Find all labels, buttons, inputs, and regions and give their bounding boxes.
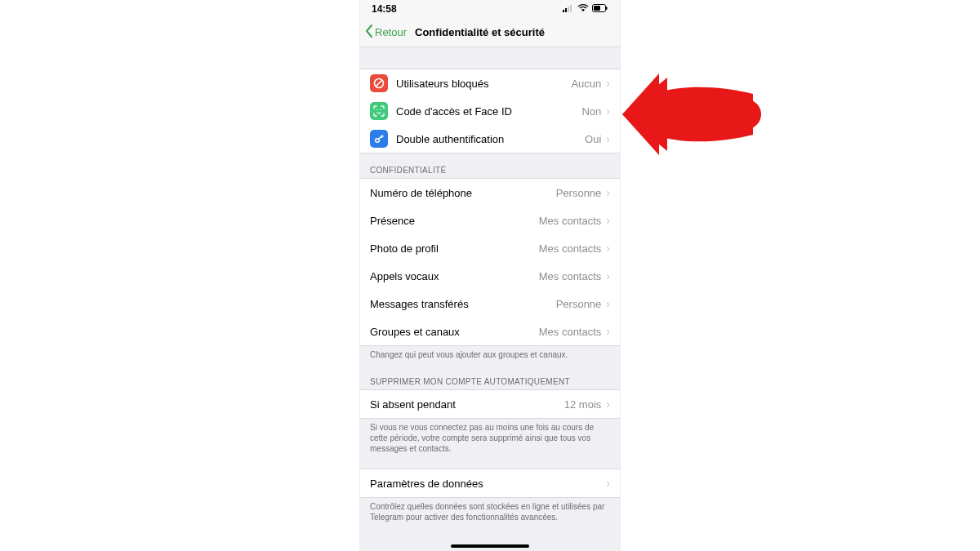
row-value: Mes contacts (539, 270, 602, 282)
home-indicator (451, 544, 529, 548)
row-label: Numéro de téléphone (370, 187, 556, 199)
back-button[interactable]: Retour (365, 24, 407, 40)
nav-bar: Retour Confidentialité et sécurité (360, 18, 620, 47)
phone-screen: 14:58 Retour Confidentialité et sécurité (359, 0, 621, 551)
row-phone-number[interactable]: Numéro de téléphone Personne › (360, 179, 620, 207)
row-groups-channels[interactable]: Groupes et canaux Mes contacts › (360, 318, 620, 345)
row-data-settings[interactable]: Paramètres de données › (360, 469, 620, 497)
chevron-right-icon: › (606, 104, 610, 118)
chevron-right-icon: › (606, 477, 610, 490)
chevron-right-icon: › (606, 77, 610, 90)
nav-title: Confidentialité et sécurité (415, 26, 545, 38)
row-forwarded-messages[interactable]: Messages transférés Personne › (360, 290, 620, 318)
key-icon (370, 130, 388, 148)
row-profile-photo[interactable]: Photo de profil Mes contacts › (360, 234, 620, 262)
autodelete-section: Si absent pendant 12 mois › (360, 389, 620, 419)
svg-rect-3 (570, 5, 572, 12)
row-label: Paramètres de données (370, 478, 603, 490)
security-section: Utilisateurs bloqués Aucun › Code d'accè… (360, 69, 620, 153)
row-value: Mes contacts (539, 326, 602, 338)
chevron-right-icon: › (606, 325, 610, 338)
row-label: Utilisateurs bloqués (396, 78, 571, 90)
row-value: Oui (585, 133, 601, 145)
chevron-right-icon: › (606, 398, 610, 411)
chevron-right-icon: › (606, 297, 610, 310)
row-if-away-for[interactable]: Si absent pendant 12 mois › (360, 390, 620, 418)
row-label: Double authentification (396, 133, 585, 145)
row-two-factor[interactable]: Double authentification Oui › (360, 125, 620, 153)
svg-point-10 (380, 109, 381, 110)
chevron-right-icon: › (606, 132, 610, 145)
chevron-right-icon: › (606, 269, 610, 282)
section-gap: CONFIDENTIALITÉ (360, 153, 620, 178)
section-gap: SUPPRIMER MON COMPTE AUTOMATIQUEMENT (360, 367, 620, 389)
svg-rect-1 (565, 8, 567, 12)
row-value: Mes contacts (539, 242, 602, 255)
row-label: Si absent pendant (370, 398, 564, 411)
block-icon (370, 74, 388, 92)
svg-rect-6 (606, 7, 608, 10)
row-label: Appels vocaux (370, 270, 539, 282)
privacy-header: CONFIDENTIALITÉ (360, 166, 620, 178)
data-footer: Contrôlez quelles données sont stockées … (360, 498, 620, 529)
privacy-section: Numéro de téléphone Personne › Présence … (360, 178, 620, 346)
svg-rect-5 (594, 6, 600, 11)
row-last-seen[interactable]: Présence Mes contacts › (360, 207, 620, 234)
data-settings-section: Paramètres de données › (360, 469, 620, 498)
section-gap (360, 47, 620, 69)
svg-rect-0 (563, 10, 564, 12)
status-time: 14:58 (372, 3, 397, 15)
row-value: Non (581, 105, 601, 118)
row-blocked-users[interactable]: Utilisateurs bloqués Aucun › (360, 69, 620, 97)
svg-line-8 (376, 80, 381, 86)
status-bar: 14:58 (360, 0, 620, 18)
row-voice-calls[interactable]: Appels vocaux Mes contacts › (360, 262, 620, 290)
row-label: Photo de profil (370, 242, 539, 255)
wifi-icon (577, 3, 589, 15)
signal-icon (563, 3, 574, 15)
chevron-right-icon: › (606, 214, 610, 227)
row-value: 12 mois (564, 398, 602, 411)
row-label: Présence (370, 215, 539, 227)
chevron-right-icon: › (606, 242, 610, 255)
row-value: Personne (556, 187, 602, 199)
status-right (563, 3, 608, 15)
row-passcode-faceid[interactable]: Code d'accès et Face ID Non › (360, 97, 620, 125)
chevron-left-icon (365, 24, 373, 40)
row-label: Messages transférés (370, 298, 556, 310)
row-label: Groupes et canaux (370, 326, 539, 338)
row-value: Personne (556, 298, 602, 310)
svg-point-9 (376, 109, 377, 110)
chevron-right-icon: › (606, 186, 610, 199)
row-label: Code d'accès et Face ID (396, 105, 581, 118)
autodelete-header: SUPPRIMER MON COMPTE AUTOMATIQUEMENT (360, 377, 620, 389)
back-label: Retour (375, 26, 407, 38)
privacy-footer: Changez qui peut vous ajouter aux groupe… (360, 346, 620, 367)
section-gap (360, 460, 620, 469)
row-value: Aucun (571, 78, 601, 90)
autodelete-footer: Si vous ne vous connectez pas au moins u… (360, 419, 620, 460)
svg-rect-2 (568, 7, 569, 12)
callout-arrow (622, 73, 769, 155)
row-value: Mes contacts (539, 215, 602, 227)
face-id-icon (370, 102, 388, 120)
battery-icon (592, 3, 608, 15)
